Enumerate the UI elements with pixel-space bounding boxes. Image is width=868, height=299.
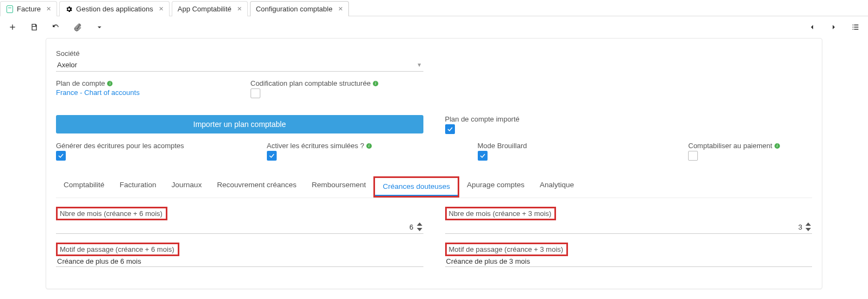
number-stepper-icon[interactable]	[417, 221, 422, 232]
list-view-button[interactable]	[851, 22, 860, 32]
plan-compte-label: Plan de compte i	[56, 79, 229, 87]
save-button[interactable]	[29, 22, 39, 32]
info-icon[interactable]: i	[366, 143, 372, 149]
codification-checkbox[interactable]	[251, 88, 260, 98]
gear-icon	[65, 5, 73, 13]
motif3-label: Motif de passage (créance + 3 mois)	[445, 243, 569, 256]
ecritures-sim-checkbox[interactable]	[267, 151, 277, 161]
inner-tab-facturation[interactable]: Facturation	[112, 176, 164, 198]
annotation-highlight: Créances douteuses	[373, 176, 459, 198]
nb6-input[interactable]: 6	[56, 220, 423, 234]
tab-label: App Comptabilité	[178, 5, 232, 13]
nav-next[interactable]	[829, 22, 839, 32]
codification-label: Codification plan comptable structurée i	[251, 79, 423, 87]
inner-tab-remboursement[interactable]: Remboursement	[304, 176, 373, 198]
societe-value: Axelor	[57, 61, 77, 69]
tab-label: Configuration comptable	[256, 5, 333, 13]
workspace-tabs: Facture ✕ Gestion des applications ✕ App…	[0, 0, 868, 16]
ecritures-sim-label: Activer les écritures simulées ? i	[267, 142, 456, 150]
info-icon[interactable]: i	[373, 81, 378, 86]
toolbar	[0, 16, 868, 38]
inner-tab-journaux[interactable]: Journaux	[164, 176, 210, 198]
gen-acomptes-label: Générer des écritures pour les acomptes	[56, 142, 245, 150]
more-menu[interactable]	[95, 22, 104, 32]
plan-importe-label: Plan de compte importé	[445, 115, 813, 123]
motif6-label: Motif de passage (créance + 6 mois)	[56, 243, 179, 256]
brouillard-checkbox[interactable]	[478, 151, 488, 161]
info-icon[interactable]: i	[107, 81, 113, 86]
tab-facture[interactable]: Facture ✕	[0, 1, 57, 16]
tab-label: Gestion des applications	[76, 5, 153, 13]
undo-button[interactable]	[51, 22, 61, 32]
inner-tab-analytique[interactable]: Analytique	[532, 176, 582, 198]
config-card: Société Axelor ▼ Plan de compte i France…	[46, 38, 822, 289]
motif3-input[interactable]: Créance de plus de 3 mois	[445, 256, 813, 267]
close-icon[interactable]: ✕	[46, 5, 51, 12]
nb3-value: 3	[446, 223, 806, 231]
info-icon[interactable]: i	[775, 143, 780, 149]
nb6-label: Nbre de mois (créance + 6 mois)	[56, 207, 167, 220]
document-icon	[6, 5, 14, 13]
nb6-value: 6	[57, 223, 417, 231]
tab-gestion-applications[interactable]: Gestion des applications ✕	[59, 1, 170, 16]
motif3-value: Créance de plus de 3 mois	[446, 257, 530, 265]
societe-label: Société	[56, 49, 423, 58]
import-plan-button[interactable]: Importer un plan comptable	[56, 115, 423, 133]
plan-compte-link[interactable]: France - Chart of accounts	[56, 88, 229, 97]
tab-configuration-comptable[interactable]: Configuration comptable ✕	[250, 1, 349, 16]
plan-importe-checkbox[interactable]	[445, 124, 455, 134]
gen-acomptes-checkbox[interactable]	[56, 151, 66, 161]
motif6-value: Créance de plus de 6 mois	[57, 257, 141, 265]
inner-tab-recouvrement[interactable]: Recouvrement créances	[209, 176, 304, 198]
add-button[interactable]	[8, 22, 17, 32]
brouillard-label: Mode Brouillard	[478, 142, 667, 150]
motif6-input[interactable]: Créance de plus de 6 mois	[56, 256, 423, 267]
number-stepper-icon[interactable]	[805, 221, 811, 232]
compta-paiement-checkbox[interactable]	[688, 151, 698, 161]
tab-app-comptabilite[interactable]: App Comptabilité ✕	[172, 1, 248, 16]
inner-tab-comptabilite[interactable]: Comptabilité	[56, 176, 112, 198]
config-inner-tabs: Comptabilité Facturation Journaux Recouv…	[56, 176, 812, 198]
tab-label: Facture	[17, 5, 41, 13]
close-icon[interactable]: ✕	[237, 5, 242, 12]
close-icon[interactable]: ✕	[338, 5, 343, 12]
nb3-label: Nbre de mois (créance + 3 mois)	[445, 207, 557, 220]
chevron-down-icon: ▼	[417, 62, 422, 68]
nav-prev[interactable]	[807, 22, 817, 32]
nb3-input[interactable]: 3	[445, 220, 813, 234]
attachment-button[interactable]	[73, 22, 83, 32]
societe-select[interactable]: Axelor ▼	[56, 59, 423, 72]
inner-tab-apurage[interactable]: Apurage comptes	[459, 176, 532, 198]
compta-paiement-label: Comptabiliser au paiement i	[688, 142, 868, 150]
close-icon[interactable]: ✕	[159, 5, 164, 12]
inner-tab-creances-douteuses[interactable]: Créances douteuses	[375, 178, 458, 196]
